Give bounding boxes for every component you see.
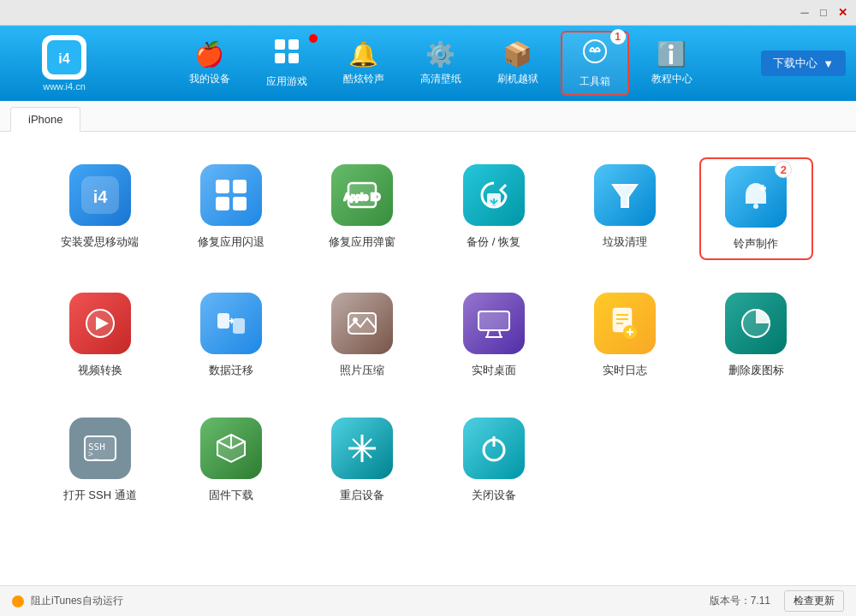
svg-rect-11 xyxy=(233,180,247,193)
tool-item-fix-popup[interactable]: Apple ID修复应用弹窗 xyxy=(306,157,419,260)
tool-item-delete-icon[interactable]: 删除废图标 xyxy=(699,286,813,385)
tool-item-ringtone-make[interactable]: 2铃声制作 xyxy=(699,157,813,260)
tool-icon-trash xyxy=(594,164,656,226)
tool-item-photo-compress[interactable]: 照片压缩 xyxy=(306,286,419,385)
tool-item-install-i4[interactable]: i4安装爱思移动端 xyxy=(43,157,157,260)
tool-label-fix-crash: 修复应用闪退 xyxy=(198,234,265,250)
svg-line-31 xyxy=(499,330,501,337)
nav-my-device[interactable]: 🍎 我的设备 xyxy=(175,31,244,96)
download-arrow-icon: ▼ xyxy=(823,57,834,70)
status-dot-icon xyxy=(12,595,24,607)
title-bar: ─ □ ✕ xyxy=(0,0,856,26)
tool-item-data-migrate[interactable]: 数据迁移 xyxy=(174,286,288,385)
stop-itunes-label: 阻止iTunes自动运行 xyxy=(31,594,123,608)
svg-text:i4: i4 xyxy=(92,187,108,206)
minimize-button[interactable]: ─ xyxy=(798,6,811,20)
svg-line-30 xyxy=(487,330,489,337)
logo-url: www.i4.cn xyxy=(43,81,86,92)
tool-label-firmware: 固件下载 xyxy=(209,488,253,503)
nav-my-device-label: 我的设备 xyxy=(189,72,230,86)
tool-item-trash[interactable]: 垃圾清理 xyxy=(568,157,681,260)
svg-rect-13 xyxy=(233,197,247,210)
bell-icon: 🔔 xyxy=(348,40,378,68)
nav-items: 🍎 我的设备 应用游戏 🔔 酷炫铃声 ⚙️ 高清壁纸 📦 刷机越狱 xyxy=(120,31,761,96)
svg-text:>_: >_ xyxy=(88,449,99,459)
svg-rect-2 xyxy=(275,39,285,50)
tool-label-video-convert: 视频转换 xyxy=(78,363,122,378)
nav-tutorials-label: 教程中心 xyxy=(651,72,693,86)
header: i4 www.i4.cn 🍎 我的设备 应用游戏 🔔 酷炫铃声 ⚙️ 高清壁纸 xyxy=(0,26,856,101)
status-bar: 阻止iTunes自动运行 版本号：7.11 检查更新 xyxy=(0,585,856,616)
svg-rect-29 xyxy=(479,311,509,330)
tool-item-realtime-log[interactable]: 实时日志 xyxy=(568,286,681,385)
tab-iphone[interactable]: iPhone xyxy=(10,107,80,132)
tool-icon-firmware xyxy=(200,418,262,479)
tool-label-backup: 备份 / 恢复 xyxy=(467,234,520,250)
tool-label-ringtone-make: 铃声制作 xyxy=(734,236,778,252)
close-button[interactable]: ✕ xyxy=(835,6,849,20)
version-label: 版本号：7.11 xyxy=(710,594,770,608)
svg-marker-18 xyxy=(613,185,637,207)
nav-toolbox[interactable]: 1 工具箱 xyxy=(561,31,629,96)
nav-jailbreak-label: 刷机越狱 xyxy=(497,72,538,86)
toolbox-num-badge: 1 xyxy=(610,29,626,44)
tool-icon-video-convert xyxy=(69,293,131,354)
tool-label-data-migrate: 数据迁移 xyxy=(209,363,253,378)
tool-icon-delete-icon xyxy=(725,293,787,354)
svg-rect-10 xyxy=(216,180,229,193)
status-left: 阻止iTunes自动运行 xyxy=(12,594,123,608)
tool-icon-install-i4: i4 xyxy=(69,164,131,226)
nav-apps-label: 应用游戏 xyxy=(266,74,307,89)
download-label: 下载中心 xyxy=(773,56,817,71)
logo-area: i4 www.i4.cn xyxy=(9,35,120,92)
tool-icon-ringtone-make: 2 xyxy=(725,166,787,228)
tool-item-realtime-desktop[interactable]: 实时桌面 xyxy=(437,286,550,385)
tool-item-backup[interactable]: 备份 / 恢复 xyxy=(437,157,550,260)
svg-rect-19 xyxy=(753,204,758,209)
tool-label-trash: 垃圾清理 xyxy=(603,234,647,250)
tool-label-photo-compress: 照片压缩 xyxy=(340,363,384,378)
header-right: 下载中心 ▼ xyxy=(761,50,856,76)
toolbox-icon xyxy=(581,38,609,71)
nav-ringtones-label: 酷炫铃声 xyxy=(343,72,384,86)
tool-item-shutdown[interactable]: 关闭设备 xyxy=(437,411,550,510)
tool-icon-data-migrate xyxy=(200,293,262,354)
tool-label-ssh: 打开 SSH 通道 xyxy=(63,488,137,503)
nav-ringtones[interactable]: 🔔 酷炫铃声 xyxy=(330,31,398,96)
tool-icon-fix-popup: Apple ID xyxy=(331,164,393,226)
wallpaper-icon: ⚙️ xyxy=(425,40,455,68)
svg-rect-4 xyxy=(275,53,285,63)
tool-item-video-convert[interactable]: 视频转换 xyxy=(43,286,157,385)
nav-wallpaper[interactable]: ⚙️ 高清壁纸 xyxy=(407,31,475,96)
info-icon: ℹ️ xyxy=(657,40,687,68)
nav-jailbreak[interactable]: 📦 刷机越狱 xyxy=(484,31,552,96)
nav-toolbox-label: 工具箱 xyxy=(580,74,610,89)
svg-rect-25 xyxy=(233,318,245,334)
jailbreak-icon: 📦 xyxy=(502,40,532,68)
tool-label-shutdown: 关闭设备 xyxy=(472,488,516,503)
status-right: 版本号：7.11 检查更新 xyxy=(710,590,844,612)
main-content: i4安装爱思移动端修复应用闪退Apple ID修复应用弹窗备份 / 恢复垃圾清理… xyxy=(0,132,856,585)
apps-icon xyxy=(273,38,300,71)
tool-item-ssh[interactable]: SSH>_打开 SSH 通道 xyxy=(43,411,157,510)
tool-icon-realtime-desktop xyxy=(463,293,525,354)
tools-grid: i4安装爱思移动端修复应用闪退Apple ID修复应用弹窗备份 / 恢复垃圾清理… xyxy=(43,157,813,510)
download-button[interactable]: 下载中心 ▼ xyxy=(761,50,846,76)
svg-rect-5 xyxy=(288,53,299,63)
apple-icon: 🍎 xyxy=(194,40,224,68)
tab-bar: iPhone xyxy=(0,101,856,132)
tool-icon-backup xyxy=(463,164,525,226)
tool-icon-shutdown xyxy=(463,418,525,479)
tool-item-fix-crash[interactable]: 修复应用闪退 xyxy=(174,157,288,260)
svg-rect-3 xyxy=(288,39,299,50)
tool-item-firmware[interactable]: 固件下载 xyxy=(174,411,288,510)
tool-item-reset[interactable]: 重启设备 xyxy=(306,411,419,510)
svg-point-28 xyxy=(353,317,358,323)
maximize-button[interactable]: □ xyxy=(817,6,830,20)
check-update-button[interactable]: 检查更新 xyxy=(784,590,844,612)
svg-rect-12 xyxy=(216,197,229,210)
tool-label-realtime-desktop: 实时桌面 xyxy=(472,363,516,378)
nav-tutorials[interactable]: ℹ️ 教程中心 xyxy=(638,31,706,96)
nav-apps-games[interactable]: 应用游戏 xyxy=(253,31,321,96)
svg-text:i4: i4 xyxy=(58,51,69,66)
